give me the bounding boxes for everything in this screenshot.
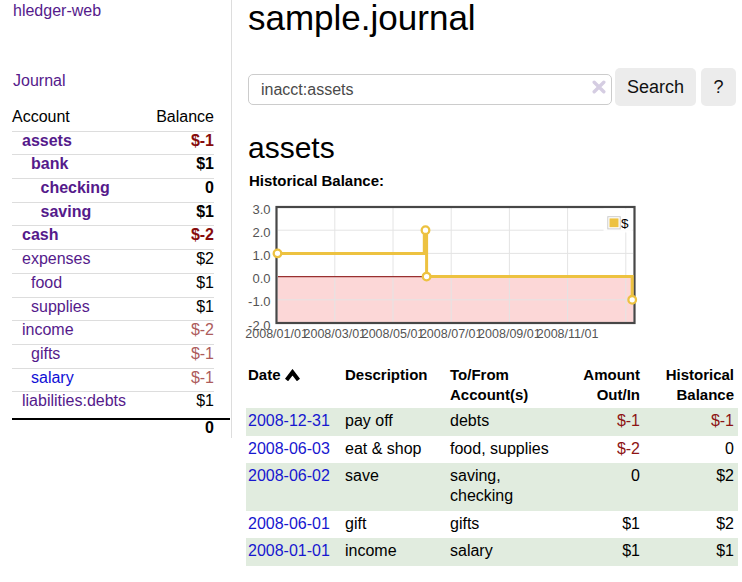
svg-text:-1.0: -1.0 <box>248 294 270 309</box>
svg-text:2008/11/01: 2008/11/01 <box>537 327 599 341</box>
svg-text:3.0: 3.0 <box>252 202 270 217</box>
svg-text:2008/01/01: 2008/01/01 <box>245 327 308 341</box>
svg-text:0.0: 0.0 <box>252 271 270 286</box>
svg-text:2008/07/01: 2008/07/01 <box>420 327 483 341</box>
svg-text:1.0: 1.0 <box>252 248 270 263</box>
svg-text:2008/05/01: 2008/05/01 <box>362 327 425 341</box>
svg-text:2008/09/01: 2008/09/01 <box>478 327 541 341</box>
svg-text:2008/03/01: 2008/03/01 <box>304 327 367 341</box>
svg-text:2.0: 2.0 <box>252 225 270 240</box>
svg-text:$: $ <box>621 216 629 231</box>
